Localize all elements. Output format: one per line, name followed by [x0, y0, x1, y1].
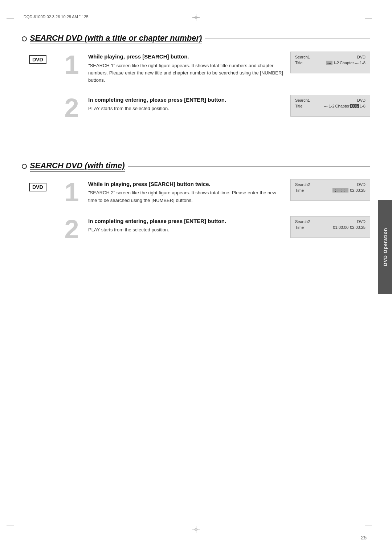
right-sidebar: DVD Operation: [378, 200, 392, 294]
section1-line: [205, 39, 370, 39]
section1-title: SEARCH DVD (with a title or chapter numb…: [30, 33, 202, 44]
trim-mark-right-bottom: [365, 526, 372, 526]
s1-screen2-label1: Search1: [295, 98, 310, 102]
section2-step2-title: In completing entering, please press [EN…: [88, 218, 283, 225]
section2-line: [128, 166, 370, 167]
s1-screen2-chapter-range: 1-8: [360, 104, 366, 108]
section2-dvd-badge: DVD: [29, 183, 46, 191]
trim-mark-left-top: [7, 18, 14, 19]
section1-step1-title: While playing, press [SEARCH] button.: [88, 53, 283, 60]
s1-screen1-chapter-range: --- 1-8: [355, 61, 366, 65]
section2-bullet: [22, 164, 27, 169]
section2-title-container: SEARCH DVD (with time): [22, 161, 370, 172]
section1-title-container: SEARCH DVD (with a title or chapter numb…: [22, 33, 370, 44]
section1-step1-desc: "SEARCH 1" screen like the right figure …: [88, 62, 283, 84]
section2-screen1-box: Search2 DVD Time -:-:--:-:-- 02:03:25: [290, 179, 370, 201]
section1-steps: 1 While playing, press [SEARCH] button. …: [58, 52, 370, 132]
s1-screen1-label2: DVD: [357, 55, 366, 59]
section2-step1-container: 1 While in playing, press [SEARCH] butto…: [62, 179, 370, 216]
s2-screen2-time-entered: 01:00:00: [333, 225, 348, 230]
s2-screen1-time-label: Time: [295, 188, 304, 193]
s1-screen1-title-label: Title: [295, 61, 302, 65]
s1-screen1-title-range: 1-2: [333, 61, 339, 65]
page-number: 25: [361, 535, 367, 540]
s2-screen1-label2: DVD: [357, 182, 366, 187]
section1-step1-number: 1: [62, 52, 82, 78]
s1-screen2-label2: DVD: [357, 98, 366, 102]
section1-step1-text: While playing, press [SEARCH] button. "S…: [88, 52, 283, 84]
section2-content: DVD 1 While in playing, press [SEARCH] b…: [29, 179, 370, 253]
section1-step2-container: 2 In completing entering, please press […: [62, 95, 370, 132]
section1-step1: 1 While playing, press [SEARCH] button. …: [62, 52, 283, 84]
section1-step2-text: In completing entering, please press [EN…: [88, 95, 283, 113]
section2-screen2-box: Search2 DVD Time 01:00:00 02:03:25: [290, 216, 370, 238]
section1-screen1-box: Search1 DVD Title --- 1-2 Chapter --- 1-…: [290, 52, 370, 73]
section2-step1-title: While in playing, press [SEARCH] button …: [88, 181, 283, 188]
s1-screen2-chapter-label: Chapter: [335, 104, 350, 108]
s2-screen2-label2: DVD: [357, 219, 366, 224]
s1-screen1-chapter-label: Chapter: [340, 61, 354, 65]
section2-step1: 1 While in playing, press [SEARCH] butto…: [62, 179, 283, 205]
page: DQD-6100D 02.3.26 10:28 AM ˜ ` 25 DVD Op…: [0, 0, 392, 555]
section1-content: DVD 1 While playing, press [SEARCH] butt…: [29, 52, 370, 132]
s2-screen2-label1: Search2: [295, 219, 310, 224]
s2-screen2-time-total: 02:03:25: [350, 225, 366, 230]
section2-screen2: Search2 DVD Time 01:00:00 02:03:25: [290, 216, 370, 242]
section2-steps: 1 While in playing, press [SEARCH] butto…: [58, 179, 370, 253]
section2-step1-text: While in playing, press [SEARCH] button …: [88, 179, 283, 204]
section1-screen2-box: Search1 DVD Title --- 1-2 Chapter 006 1-…: [290, 95, 370, 117]
section2-step2-number: 2: [62, 216, 82, 242]
section1-screen1: Search1 DVD Title --- 1-2 Chapter --- 1-…: [290, 52, 370, 77]
s2-screen2-time-label: Time: [295, 225, 304, 230]
section1-step1-container: 1 While playing, press [SEARCH] button. …: [62, 52, 370, 95]
section2-step2: 2 In completing entering, please press […: [62, 216, 283, 242]
section1-step2-number: 2: [62, 95, 82, 121]
s1-screen2-title-label: Title: [295, 104, 302, 108]
crosshair-bottom: [192, 526, 200, 533]
section2-step2-container: 2 In completing entering, please press […: [62, 216, 370, 253]
section1-step2: 2 In completing entering, please press […: [62, 95, 283, 121]
section2-step2-desc: PLAY starts from the selected position.: [88, 226, 283, 234]
s2-screen1-time-total: 02:03:25: [350, 188, 366, 193]
section1-screen2: Search1 DVD Title --- 1-2 Chapter 006 1-…: [290, 95, 370, 120]
section2-step1-number: 1: [62, 179, 82, 205]
section1-dvd-badge: DVD: [29, 55, 46, 64]
section2-step2-text: In completing entering, please press [EN…: [88, 216, 283, 234]
s1-screen2-chapter-highlight: 006: [350, 104, 359, 108]
section2-step1-desc: "SEARCH 2" screen like the right figure …: [88, 189, 283, 204]
s1-screen1-title-blink: ---: [326, 61, 332, 65]
section1-dvd-badge-col: DVD: [29, 52, 58, 66]
trim-mark-right-top: [365, 18, 372, 19]
section1-step2-title: In completing entering, please press [EN…: [88, 96, 283, 104]
crosshair-top: [192, 14, 200, 21]
section1-step2-desc: PLAY starts from the selected position.: [88, 105, 283, 112]
section2-screen1: Search2 DVD Time -:-:--:-:-- 02:03:25: [290, 179, 370, 204]
s2-screen1-time-blink: -:-:--:-:--: [332, 188, 348, 193]
s1-screen2-title-range: --- 1-2: [324, 104, 335, 108]
trim-mark-left-bottom: [7, 526, 14, 526]
section2-title: SEARCH DVD (with time): [30, 161, 125, 172]
section1-bullet: [22, 36, 27, 41]
s1-screen1-label1: Search1: [295, 55, 310, 59]
section2-dvd-badge-col: DVD: [29, 179, 58, 194]
sidebar-label: DVD Operation: [383, 228, 388, 266]
s2-screen1-label1: Search2: [295, 182, 310, 187]
